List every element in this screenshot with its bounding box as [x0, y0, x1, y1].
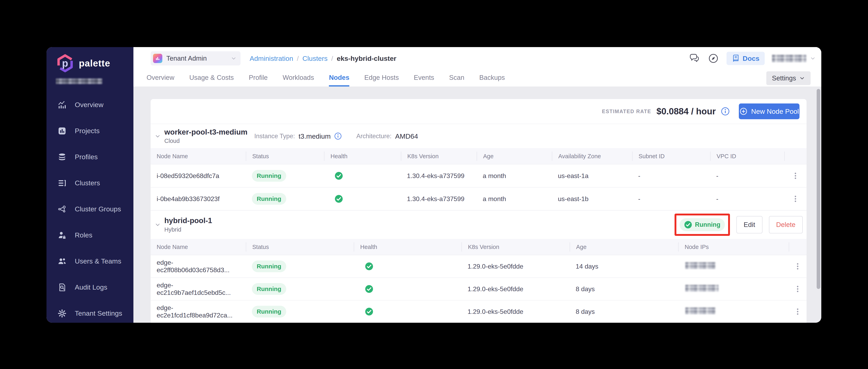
collapse-chevron-icon[interactable]	[155, 222, 161, 228]
kebab-menu-icon[interactable]	[791, 172, 800, 180]
instance-type-label: Instance Type:	[254, 132, 295, 140]
user-menu[interactable]	[772, 55, 816, 62]
breadcrumb-link-administration[interactable]: Administration	[250, 55, 293, 62]
health-check-icon	[335, 194, 343, 203]
instance-type-info-icon[interactable]	[334, 132, 342, 140]
explore-compass-icon[interactable]	[708, 53, 719, 64]
new-node-pool-label: New Node Pool	[751, 107, 799, 115]
pool-status-label: Running	[695, 221, 720, 228]
users-teams-icon	[57, 257, 67, 266]
edit-pool-button[interactable]: Edit	[736, 216, 763, 234]
redacted-node-ip	[685, 285, 719, 291]
tab-events[interactable]: Events	[414, 70, 434, 87]
node-name-cell: i-0be4ab9b33673023f	[151, 195, 246, 203]
tenant-scope-icon	[153, 54, 162, 63]
redacted-node-ip	[685, 307, 716, 314]
sidebar-item-audit-logs[interactable]: Audit Logs	[46, 274, 133, 300]
k8s-version-cell: 1.29.0-eks-5e0fdde	[462, 308, 570, 315]
col-k8s-version: K8s Version	[462, 242, 570, 252]
col-node-name: Node Name	[151, 152, 246, 161]
sidebar-item-users-teams[interactable]: Users & Teams	[46, 248, 133, 274]
pool-kind: Hybrid	[164, 226, 212, 233]
redacted-node-ip	[685, 262, 716, 269]
kebab-menu-icon[interactable]	[793, 307, 802, 316]
main-area: Tenant Admin Administration / Clusters /…	[133, 47, 821, 323]
clusters-list-icon	[57, 179, 67, 188]
age-cell: a month	[477, 195, 552, 203]
sidebar-item-projects[interactable]: Projects	[46, 118, 133, 144]
col-age: Age	[570, 242, 678, 252]
age-cell: a month	[477, 172, 552, 180]
tab-scan[interactable]: Scan	[449, 70, 464, 87]
age-cell: 8 days	[570, 308, 678, 315]
sidebar-item-cluster-groups[interactable]: Cluster Groups	[46, 196, 133, 222]
status-cell: Running	[246, 170, 324, 182]
status-badge: Running	[252, 193, 286, 205]
rate-info-icon[interactable]	[721, 107, 730, 116]
col-status: Status	[246, 242, 354, 252]
availability-zone-cell: us-east-1b	[552, 195, 632, 203]
feedback-chat-icon[interactable]	[688, 53, 700, 64]
tab-backups[interactable]: Backups	[479, 70, 505, 87]
health-check-icon	[335, 172, 343, 180]
scope-selector[interactable]: Tenant Admin	[151, 51, 241, 65]
sidebar: p palette Overview Projects	[46, 47, 133, 323]
instance-type-value: t3.medium	[299, 132, 331, 140]
estimated-rate-label: ESTIMATED RATE	[602, 109, 651, 114]
health-check-icon	[365, 285, 373, 293]
breadcrumb: Administration / Clusters / eks-hybrid-c…	[250, 55, 396, 62]
tab-edge-hosts[interactable]: Edge Hosts	[364, 70, 399, 87]
sidebar-item-roles[interactable]: Roles	[46, 222, 133, 248]
sidebar-item-overview[interactable]: Overview	[46, 92, 133, 118]
health-cell	[354, 262, 462, 271]
pool-header-hybrid-pool: hybrid-pool-1 Hybrid Running Edit Delete	[151, 210, 807, 239]
tab-usage-costs[interactable]: Usage & Costs	[189, 70, 234, 87]
pool-name: hybrid-pool-1	[164, 216, 212, 225]
pool-name: worker-pool-t3-medium	[164, 128, 247, 136]
svg-text:p: p	[62, 58, 68, 69]
health-cell	[324, 172, 401, 180]
health-check-icon	[365, 262, 373, 271]
breadcrumb-link-clusters[interactable]: Clusters	[302, 55, 328, 62]
node-ips-cell	[678, 307, 789, 316]
status-cell: Running	[246, 193, 324, 205]
sidebar-item-tenant-settings[interactable]: Tenant Settings	[46, 300, 133, 323]
worker-pool-table: Node Name Status Health K8s Version Age …	[151, 148, 807, 210]
kebab-menu-icon[interactable]	[793, 284, 802, 294]
node-ips-cell	[678, 262, 789, 271]
age-cell: 8 days	[570, 285, 678, 293]
new-node-pool-button[interactable]: New Node Pool	[739, 103, 800, 119]
delete-pool-button[interactable]: Delete	[769, 216, 803, 234]
tab-overview[interactable]: Overview	[147, 70, 175, 87]
sidebar-nav: Overview Projects Profiles	[46, 92, 133, 323]
status-badge: Running	[252, 283, 286, 295]
sidebar-item-profiles[interactable]: Profiles	[46, 144, 133, 170]
table-header-row: Node Name Status Health K8s Version Age …	[151, 148, 807, 164]
table-row: edge-ec21c9b7aef1dc5ebd5c... Running 1.2…	[151, 277, 807, 300]
status-badge: Running	[252, 260, 286, 272]
collapse-chevron-icon[interactable]	[155, 133, 161, 139]
table-row: i-0be4ab9b33673023f Running 1.30.4-eks-a…	[151, 187, 807, 210]
gear-icon	[57, 309, 67, 318]
redacted-project-name	[56, 79, 102, 84]
kebab-menu-icon[interactable]	[793, 262, 802, 271]
kebab-menu-icon[interactable]	[791, 194, 800, 203]
tab-workloads[interactable]: Workloads	[283, 70, 314, 87]
settings-button[interactable]: Settings	[766, 71, 811, 85]
tab-profile[interactable]: Profile	[249, 70, 268, 87]
health-cell	[324, 194, 401, 203]
pool-header-worker-pool: worker-pool-t3-medium Cloud Instance Typ…	[151, 124, 807, 148]
k8s-version-cell: 1.30.4-eks-a737599	[401, 195, 477, 203]
docs-button[interactable]: Docs	[726, 52, 765, 65]
rate-bar: ESTIMATED RATE $0.0884 / hour New Node P…	[151, 99, 807, 124]
projects-icon	[57, 126, 67, 135]
sidebar-item-label: Projects	[75, 127, 100, 135]
app-window: p palette Overview Projects	[46, 47, 821, 323]
sidebar-item-label: Users & Teams	[75, 257, 121, 265]
k8s-version-cell: 1.29.0-eks-5e0fdde	[462, 285, 570, 293]
breadcrumb-current-cluster: eks-hybrid-cluster	[337, 55, 396, 62]
tab-nodes[interactable]: Nodes	[329, 70, 349, 87]
sidebar-item-clusters[interactable]: Clusters	[46, 170, 133, 196]
pool-kind: Cloud	[164, 137, 247, 144]
vertical-scrollbar[interactable]	[817, 89, 820, 289]
